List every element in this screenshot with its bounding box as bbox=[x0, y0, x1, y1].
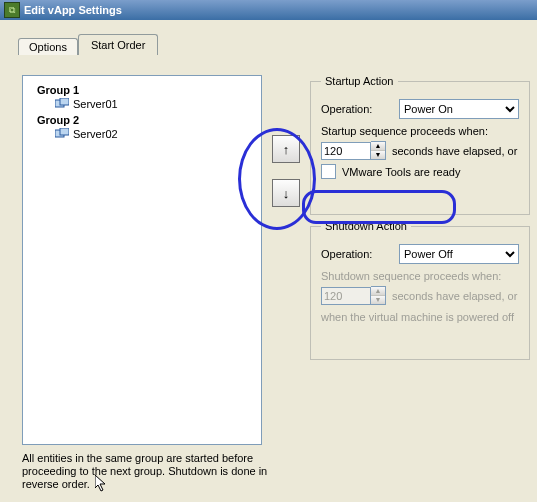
tab-start-order[interactable]: Start Order bbox=[78, 34, 158, 55]
group-tree[interactable]: Group 1 Server01 Group 2 Server02 bbox=[22, 75, 262, 445]
move-up-button[interactable]: ↑ bbox=[272, 135, 300, 163]
tabs: Options Start Order bbox=[18, 34, 158, 55]
arrow-up-icon: ↑ bbox=[283, 142, 290, 157]
arrow-down-icon: ↓ bbox=[283, 186, 290, 201]
svg-rect-3 bbox=[60, 128, 69, 135]
tab-options[interactable]: Options bbox=[18, 38, 78, 55]
startup-legend: Startup Action bbox=[321, 75, 398, 87]
spin-up-icon[interactable]: ▲ bbox=[371, 142, 385, 151]
vm-icon bbox=[55, 98, 69, 110]
tree-item-server02[interactable]: Server02 bbox=[55, 128, 257, 140]
vm-icon bbox=[55, 128, 69, 140]
shutdown-line2: when the virtual machine is powered off bbox=[321, 311, 519, 323]
startup-action-group: Startup Action Operation: Power On Start… bbox=[310, 75, 530, 215]
footnote: All entities in the same group are start… bbox=[22, 452, 272, 491]
app-icon: ⧉ bbox=[4, 2, 20, 18]
startup-seconds-spinner[interactable]: ▲ ▼ bbox=[321, 141, 386, 160]
tree-item-label: Server02 bbox=[73, 128, 118, 140]
spinner-buttons: ▲ ▼ bbox=[371, 286, 386, 305]
move-down-button[interactable]: ↓ bbox=[272, 179, 300, 207]
group-2[interactable]: Group 2 bbox=[37, 114, 257, 126]
startup-seconds-after: seconds have elapsed, or bbox=[392, 145, 517, 157]
spin-down-icon: ▼ bbox=[371, 296, 385, 304]
shutdown-seconds-input bbox=[321, 287, 371, 305]
client-area: Options Start Order Group 1 Server01 Gro… bbox=[0, 20, 537, 502]
svg-rect-1 bbox=[60, 98, 69, 105]
group-1[interactable]: Group 1 bbox=[37, 84, 257, 96]
shutdown-operation-label: Operation: bbox=[321, 248, 399, 260]
shutdown-legend: Shutdown Action bbox=[321, 220, 411, 232]
reorder-arrows: ↑ ↓ bbox=[272, 135, 300, 207]
spinner-buttons: ▲ ▼ bbox=[371, 141, 386, 160]
shutdown-note: Shutdown sequence proceeds when: bbox=[321, 270, 519, 282]
title-bar: ⧉ Edit vApp Settings bbox=[0, 0, 537, 20]
vmware-tools-checkbox[interactable] bbox=[321, 164, 336, 179]
tree-item-server01[interactable]: Server01 bbox=[55, 98, 257, 110]
window: ⧉ Edit vApp Settings Options Start Order… bbox=[0, 0, 537, 502]
shutdown-action-group: Shutdown Action Operation: Power Off Shu… bbox=[310, 220, 530, 360]
spin-down-icon[interactable]: ▼ bbox=[371, 151, 385, 159]
vmware-tools-label: VMware Tools are ready bbox=[342, 166, 460, 178]
tree-item-label: Server01 bbox=[73, 98, 118, 110]
shutdown-seconds-spinner: ▲ ▼ bbox=[321, 286, 386, 305]
shutdown-seconds-after: seconds have elapsed, or bbox=[392, 290, 517, 302]
startup-seconds-input[interactable] bbox=[321, 142, 371, 160]
window-title: Edit vApp Settings bbox=[24, 4, 122, 16]
spin-up-icon: ▲ bbox=[371, 287, 385, 296]
startup-operation-label: Operation: bbox=[321, 103, 399, 115]
startup-operation-select[interactable]: Power On bbox=[399, 99, 519, 119]
shutdown-operation-select[interactable]: Power Off bbox=[399, 244, 519, 264]
startup-note: Startup sequence proceeds when: bbox=[321, 125, 519, 137]
